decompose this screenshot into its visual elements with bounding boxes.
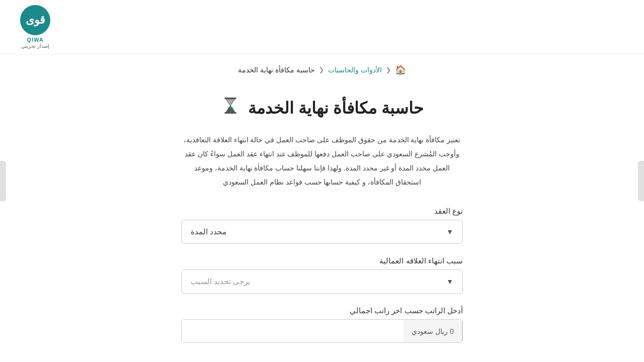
contract-type-field: نوع العقد ▼ محدد المدة — [181, 207, 463, 244]
termination-reason-dropdown-wrapper: ▼ يرجى تحديد السبب — [181, 269, 463, 294]
page-description: تعتبر مكافأة نهاية الخدمة من حقوق الموظف… — [181, 133, 463, 189]
hourglass-icon — [220, 96, 240, 120]
last-salary-label: أدخل الراتب حسب اخر راتب اجمالي — [181, 306, 463, 315]
left-scrollbar — [0, 161, 6, 201]
contract-type-chevron-icon: ▼ — [446, 228, 453, 236]
termination-reason-dropdown[interactable]: ▼ يرجى تحديد السبب — [181, 269, 463, 294]
last-salary-field: أدخل الراتب حسب اخر راتب اجمالي 0 ريال س… — [181, 306, 463, 343]
right-scrollbar — [638, 161, 644, 201]
contract-type-value: محدد المدة — [191, 227, 226, 236]
salary-unit-label: 0 ريال سعودي — [404, 320, 462, 342]
termination-reason-chevron-icon: ▼ — [446, 278, 453, 286]
breadcrumb-separator-2: ❮ — [319, 66, 324, 73]
termination-reason-label: سبب انتهاء العلاقه العمالية — [181, 256, 463, 265]
salary-unit-text: ريال سعودي — [412, 327, 448, 335]
breadcrumb-current-page: حاسبة مكافأة نهاية الخدمة — [238, 66, 315, 74]
salary-unit-value: 0 — [450, 327, 454, 335]
logo: قوى QIWA إصدار تجريبي — [20, 5, 50, 49]
breadcrumb-tools-link[interactable]: الأدوات والحاسبات — [328, 66, 382, 74]
logo-circle: قوى — [20, 5, 50, 35]
last-salary-input[interactable] — [182, 320, 404, 342]
termination-reason-placeholder: يرجى تحديد السبب — [191, 277, 250, 286]
page-title: حاسبة مكافأة نهاية الخدمة — [248, 99, 424, 118]
termination-reason-field: سبب انتهاء العلاقه العمالية ▼ يرجى تحديد… — [181, 256, 463, 294]
header: قوى QIWA إصدار تجريبي — [0, 0, 644, 54]
last-salary-input-wrapper: 0 ريال سعودي — [181, 319, 463, 343]
contract-type-dropdown-wrapper: ▼ محدد المدة — [181, 220, 463, 244]
breadcrumb-separator-1: ❮ — [386, 66, 391, 73]
breadcrumb: 🏠 ❮ الأدوات والحاسبات ❮ حاسبة مكافأة نها… — [0, 54, 644, 85]
logo-qiwa-text: QIWA — [27, 37, 43, 43]
page-title-container: حاسبة مكافأة نهاية الخدمة — [181, 96, 463, 120]
home-icon[interactable]: 🏠 — [395, 64, 406, 75]
logo-subtitle-text: إصدار تجريبي — [21, 43, 49, 49]
logo-arabic-text: قوى — [26, 14, 45, 27]
contract-type-dropdown[interactable]: ▼ محدد المدة — [181, 220, 463, 244]
contract-type-label: نوع العقد — [181, 207, 463, 216]
main-content: حاسبة مكافأة نهاية الخدمة تعتبر مكافأة ن… — [171, 85, 473, 362]
